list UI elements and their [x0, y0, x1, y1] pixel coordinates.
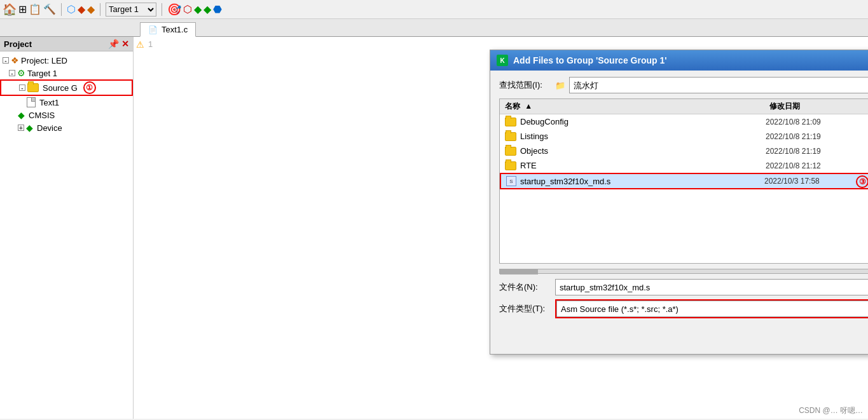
expand-sourceg[interactable]: -	[19, 85, 25, 91]
tree-item-text1[interactable]: Text1	[0, 96, 133, 109]
tab-text1c[interactable]: 📄 Text1.c	[140, 22, 196, 37]
file-list-container: 名称 ▲ 修改日期 类	[499, 98, 868, 264]
location-label: 查找范围(I):	[499, 79, 550, 91]
dialog-titlebar: K Add Files to Group 'Source Group 1' ✕	[490, 50, 868, 71]
expand-device[interactable]: +	[18, 125, 24, 131]
filetype-row: 文件类型(T): Asm Source file (*.s*; *.src; *…	[499, 299, 868, 318]
objects-folder-icon	[505, 147, 516, 156]
startup-name: startup_stm32f10x_md.s	[520, 177, 610, 186]
dialog-body: 查找范围(I): 📁 流水灯 ▼ ← 📁 📁+ ▦▾	[490, 71, 868, 329]
sort-arrow: ▲	[525, 102, 532, 111]
toolbar-sep-2	[100, 3, 100, 16]
filetype-select[interactable]: Asm Source file (*.s*; *.src; *.a*)All F…	[556, 301, 868, 317]
line-number: 1	[148, 39, 158, 49]
file-row-debugconfig[interactable]: DebugConfig 2022/10/8 21:09 文	[500, 114, 868, 129]
led-label: Project: LED	[21, 56, 67, 65]
toolbar: 🏠 ⊞ 📋 🔨 ⬡ ◆ ◆ Target 1 🎯 ⬡ ◆ ◆ ⬣	[0, 0, 868, 19]
startup-date: 2022/10/3 17:58	[764, 177, 866, 186]
sourceg-folder-icon	[27, 83, 39, 92]
tab-file-icon: 📄	[148, 25, 158, 34]
sourceg-label: Source G	[43, 83, 78, 93]
filetype-label: 文件类型(T):	[499, 303, 550, 315]
file-list-header: 名称 ▲ 修改日期 类	[500, 99, 868, 114]
file-row-objects[interactable]: Objects 2022/10/8 21:19 文	[500, 144, 868, 158]
startup-asm-icon: S	[506, 176, 516, 186]
project-panel: Project 📌 ✕ - ❖ Project: LED - ⚙ Target …	[0, 37, 134, 419]
debugconfig-date: 2022/10/8 21:09	[766, 118, 867, 126]
watermark: CSDN @… 呀嗯…	[799, 405, 863, 416]
listings-folder-icon	[505, 132, 516, 141]
tree-item-cmsis[interactable]: ◆ CMSIS	[0, 109, 133, 121]
rte-folder-icon	[505, 161, 516, 170]
pin-icon[interactable]: 📌	[108, 39, 119, 49]
toolbar-icons-3: 🎯 ⬡ ◆ ◆ ⬣	[167, 3, 222, 17]
warning-icon: ⚠	[136, 39, 144, 50]
location-folder-icon: 📁	[555, 81, 565, 90]
target-select[interactable]: Target 1	[106, 3, 156, 17]
file-list-scrollbar[interactable]	[499, 269, 868, 274]
dialog-title: Add Files to Group 'Source Group 1'	[513, 55, 667, 65]
col-name-header[interactable]: 名称 ▲	[505, 101, 769, 112]
tree-item-target1[interactable]: - ⚙ Target 1	[0, 67, 133, 79]
location-row: 查找范围(I): 📁 流水灯 ▼ ← 📁 📁+ ▦▾	[499, 77, 868, 93]
text1-label: Text1	[39, 98, 59, 107]
target1-label: Target 1	[27, 69, 57, 78]
device-icon: ◆	[26, 123, 33, 133]
dialog-title-left: K Add Files to Group 'Source Group 1'	[497, 55, 667, 66]
objects-name: Objects	[520, 146, 548, 156]
file-row-rte[interactable]: RTE 2022/10/8 21:12 文	[500, 158, 868, 173]
cmsis-label: CMSIS	[29, 111, 55, 120]
filename-input[interactable]	[555, 279, 868, 295]
col-date-header[interactable]: 修改日期	[769, 101, 868, 112]
annotation-3: ③	[856, 175, 868, 188]
code-area: ⚠ 1 K Add Files to Group 'Source Group 1…	[134, 37, 868, 419]
annotation-1: ①	[83, 81, 96, 94]
text1-file-icon	[27, 97, 36, 107]
close-panel-icon[interactable]: ✕	[121, 39, 129, 49]
listings-date: 2022/10/8 21:19	[766, 132, 867, 141]
cmsis-icon: ◆	[18, 110, 25, 120]
location-select[interactable]: 流水灯	[569, 77, 868, 93]
objects-date: 2022/10/8 21:19	[766, 147, 867, 156]
led-icon: ❖	[11, 55, 19, 65]
keil-logo-icon: K	[497, 55, 508, 66]
toolbar-sep-3	[162, 3, 162, 16]
toolbar-icons: 🏠 ⊞ 📋 🔨	[3, 3, 56, 17]
file-list-body: DebugConfig 2022/10/8 21:09 文 Lis	[500, 114, 868, 189]
scrollbar-thumb[interactable]	[500, 269, 538, 274]
expand-led[interactable]: -	[3, 57, 9, 64]
tree-item-sourceg[interactable]: - Source G ①	[0, 79, 133, 96]
toolbar-sep-1	[61, 3, 62, 16]
filename-row: 文件名(N):	[499, 279, 868, 295]
rte-date: 2022/10/8 21:12	[766, 161, 867, 170]
main-layout: Project 📌 ✕ - ❖ Project: LED - ⚙ Target …	[0, 37, 868, 419]
target1-icon: ⚙	[17, 68, 25, 78]
expand-target1[interactable]: -	[9, 70, 15, 76]
add-files-dialog: K Add Files to Group 'Source Group 1' ✕ …	[490, 50, 868, 355]
toolbar-icons-2: ⬡ ◆ ◆	[67, 3, 95, 15]
project-panel-title: Project	[4, 39, 32, 49]
project-tree: - ❖ Project: LED - ⚙ Target 1 - Source G…	[0, 51, 133, 419]
listings-name: Listings	[520, 132, 548, 141]
file-row-startup[interactable]: S startup_stm32f10x_md.s 2022/10/3 17:58…	[500, 173, 868, 189]
filename-label: 文件名(N):	[499, 281, 550, 293]
device-label: Device	[37, 123, 62, 133]
tab-bar: 📄 Text1.c	[0, 19, 868, 37]
project-header-icons: 📌 ✕	[108, 39, 129, 49]
debugconfig-name: DebugConfig	[520, 117, 568, 126]
tree-item-device[interactable]: + ◆ Device	[0, 121, 133, 134]
tree-item-led[interactable]: - ❖ Project: LED	[0, 54, 133, 67]
project-panel-header: Project 📌 ✕	[0, 37, 133, 51]
filetype-select-wrapper: Asm Source file (*.s*; *.src; *.a*)All F…	[555, 299, 868, 318]
file-row-listings[interactable]: Listings 2022/10/8 21:19 文	[500, 129, 868, 144]
tab-label: Text1.c	[162, 25, 188, 34]
debugconfig-folder-icon	[505, 118, 516, 126]
rte-name: RTE	[520, 161, 537, 170]
